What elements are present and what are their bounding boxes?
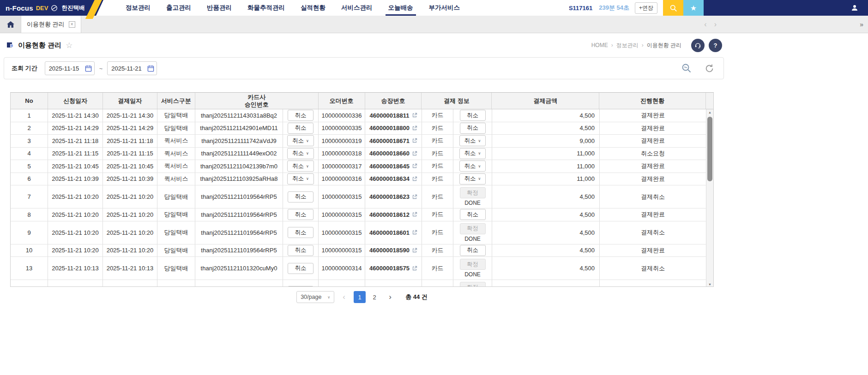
invoice-link[interactable]: 460000018623 <box>369 193 410 200</box>
cancel-button[interactable]: 취소 <box>288 245 313 256</box>
external-link-icon[interactable] <box>412 138 417 143</box>
header-status: 진행현황 <box>599 93 706 109</box>
chevron-down-icon: ∨ <box>306 177 309 181</box>
menu-item[interactable]: 서비스관리 <box>341 0 373 16</box>
table-scrollbar[interactable]: ▲ ▼ <box>706 109 713 287</box>
external-link-icon[interactable] <box>412 176 417 182</box>
calendar-icon[interactable] <box>147 65 154 72</box>
cancel-button[interactable]: 취소 <box>460 245 486 256</box>
external-link-icon[interactable] <box>412 212 417 217</box>
tab-scroll-right-icon[interactable]: › <box>714 20 717 29</box>
tab-scroll-left-icon[interactable]: ‹ <box>704 20 706 29</box>
menu-item[interactable]: 반품관리 <box>207 0 232 16</box>
refresh-button[interactable] <box>705 64 714 73</box>
invoice-link[interactable]: 460000018612 <box>369 211 410 218</box>
help-button[interactable]: ? <box>709 39 722 52</box>
cell-apply-date: 2025-11-21 14:30 <box>48 109 103 122</box>
next-page-button[interactable]: › <box>385 292 395 302</box>
tab-close-icon[interactable]: × <box>69 21 75 28</box>
cell-order-no: 100000000317 <box>319 160 365 173</box>
favorites-button[interactable]: ★ <box>683 0 704 16</box>
extend-session-button[interactable]: +연장 <box>635 2 657 14</box>
cancel-dropdown-button[interactable]: 취소∨ <box>459 173 486 185</box>
scroll-down-icon[interactable]: ▼ <box>706 283 713 286</box>
invoice-link[interactable]: 460000018800 <box>369 125 410 131</box>
menu-item[interactable]: 부가서비스 <box>429 0 460 16</box>
external-link-icon[interactable] <box>412 266 417 271</box>
date-from-value: 2025-11-15 <box>45 65 85 72</box>
chevron-down-icon: ∨ <box>478 151 481 155</box>
cancel-button[interactable]: 취소 <box>460 110 486 121</box>
cell-apply-date: 2025-11-21 11:18 <box>48 135 103 147</box>
brand-logo[interactable]: n-Focus DEV 한진택배 <box>6 0 84 16</box>
external-link-icon[interactable] <box>412 230 417 235</box>
external-link-icon[interactable] <box>412 125 417 131</box>
menu-item[interactable]: 실적현황 <box>301 0 326 16</box>
invoice-link[interactable]: 460000018575 <box>369 265 410 272</box>
cancel-button[interactable]: 취소 <box>288 286 313 287</box>
invoice-link[interactable]: 460000018601 <box>369 229 410 236</box>
cancel-button[interactable]: 취소 <box>288 227 313 238</box>
support-button[interactable] <box>691 39 705 52</box>
calendar-icon[interactable] <box>85 65 92 72</box>
cell-pay-method: 카드 <box>422 244 453 257</box>
invoice-link[interactable]: 460000018671 <box>369 137 410 144</box>
cancel-button[interactable]: 취소 <box>288 263 313 274</box>
menu-item[interactable]: 화물추적관리 <box>247 0 285 16</box>
favorite-star-icon[interactable]: ☆ <box>66 42 72 49</box>
menu-item[interactable]: 정보관리 <box>126 0 151 16</box>
cancel-button[interactable]: 취소 <box>288 209 313 220</box>
cancel-dropdown-button[interactable]: 취소∨ <box>287 161 314 172</box>
cancel-dropdown-button[interactable]: 취소∨ <box>287 148 314 159</box>
page-number-2[interactable]: 2 <box>368 291 380 303</box>
chevron-down-icon: ∨ <box>306 164 309 168</box>
cell-status: 결제취소 <box>600 221 706 244</box>
cancel-button[interactable]: 취소 <box>460 123 486 134</box>
breadcrumb-item[interactable]: 정보관리 <box>616 42 639 49</box>
tab-more-icon[interactable]: » <box>860 16 863 33</box>
date-from-input[interactable]: 2025-11-15 <box>45 61 95 75</box>
menu-item[interactable]: 오늘배송 <box>388 0 413 16</box>
invoice-link[interactable]: 460000018645 <box>369 163 410 170</box>
cancel-dropdown-button[interactable]: 취소∨ <box>287 135 314 146</box>
menu-item[interactable]: 출고관리 <box>166 0 191 16</box>
date-to-input[interactable]: 2025-11-21 <box>107 61 157 75</box>
brand-name: n-Focus <box>6 4 33 12</box>
page-header-right: HOME›정보관리›이용현황 관리 ? <box>591 38 722 52</box>
breadcrumb-item[interactable]: 이용현황 관리 <box>647 42 681 49</box>
global-search-button[interactable] <box>663 0 683 16</box>
page-size-select[interactable]: 30/page ∨ <box>296 291 334 303</box>
external-link-icon[interactable] <box>412 151 417 156</box>
invoice-link[interactable]: 460000018634 <box>369 175 410 182</box>
invoice-link[interactable]: 460000018811 <box>369 112 409 119</box>
tab-usage-status[interactable]: 이용현황 관리 × <box>21 16 81 33</box>
external-link-icon[interactable] <box>412 194 417 200</box>
external-link-icon[interactable] <box>412 113 417 118</box>
cell-amount: 4,500 <box>492 185 600 208</box>
prev-page-button[interactable]: ‹ <box>339 292 349 302</box>
page-number-1[interactable]: 1 <box>354 291 366 303</box>
cancel-dropdown-button[interactable]: 취소∨ <box>287 173 314 185</box>
scroll-up-icon[interactable]: ▲ <box>706 111 713 114</box>
external-link-icon[interactable] <box>412 248 417 253</box>
cell-status: 결제완료 <box>600 244 706 257</box>
tab-home[interactable] <box>0 16 21 33</box>
cancel-button[interactable]: 취소 <box>288 191 313 202</box>
breadcrumb-item[interactable]: HOME <box>591 42 608 48</box>
scrollbar-thumb[interactable] <box>707 117 712 181</box>
cell-apply-date: 2025-11-21 14:29 <box>48 122 103 135</box>
search-magnifier-icon <box>681 62 693 74</box>
table-rows: 1 2025-11-21 14:30 2025-11-21 14:30 당일택배… <box>11 109 706 287</box>
cancel-button[interactable]: 취소 <box>460 209 486 220</box>
invoice-link[interactable]: 460000018590 <box>369 247 410 254</box>
cancel-button[interactable]: 취소 <box>288 123 313 134</box>
invoice-link[interactable]: 460000018660 <box>369 150 410 157</box>
cancel-button[interactable]: 취소 <box>288 110 313 121</box>
external-link-icon[interactable] <box>412 163 417 169</box>
user-menu-button[interactable] <box>846 0 863 16</box>
cancel-dropdown-button[interactable]: 취소∨ <box>459 135 486 146</box>
cancel-dropdown-button[interactable]: 취소∨ <box>459 148 486 159</box>
cell-order-no: 100000000319 <box>319 135 365 147</box>
cancel-dropdown-button[interactable]: 취소∨ <box>459 161 486 172</box>
search-query-button[interactable] <box>681 62 693 74</box>
